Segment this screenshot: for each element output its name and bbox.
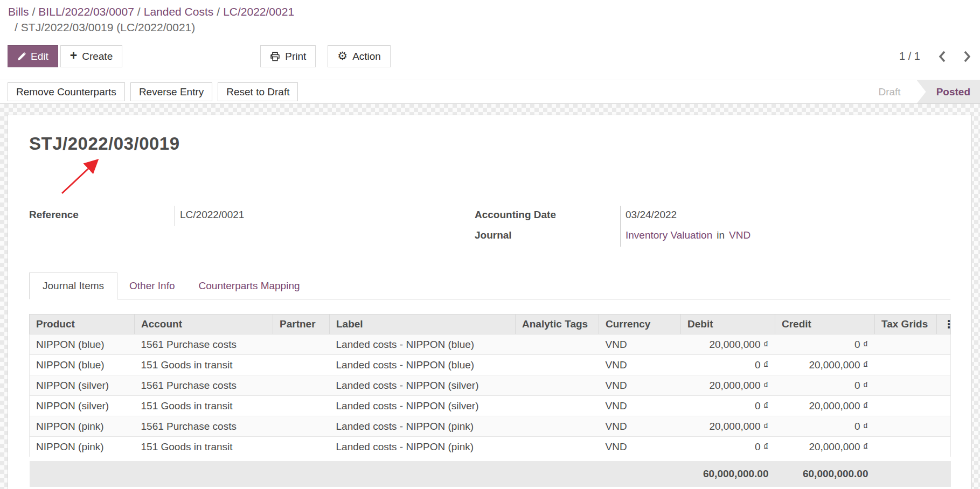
- cell-options: [937, 437, 951, 459]
- pencil-icon: [17, 52, 26, 61]
- column-header-debit[interactable]: Debit: [681, 315, 775, 334]
- cell-label: Landed costs - NIPPON (pink): [330, 437, 516, 459]
- cell-label: Landed costs - NIPPON (pink): [330, 416, 516, 437]
- journal-link[interactable]: Inventory Valuation: [625, 229, 712, 241]
- tab-counterparts-mapping[interactable]: Counterparts Mapping: [187, 273, 312, 299]
- breadcrumb-current: STJ/2022/03/0019 (LC/2022/0021): [21, 21, 195, 33]
- total-debit: 60,000,000.00: [681, 459, 775, 487]
- cell-credit: 0 ₫: [775, 334, 875, 355]
- cell-account: 151 Goods in transit: [135, 396, 273, 416]
- column-header-tax-grids[interactable]: Tax Grids: [875, 315, 937, 334]
- cell-debit: 0 ₫: [681, 396, 775, 416]
- cell-label: Landed costs - NIPPON (blue): [330, 355, 516, 375]
- field-journal: Journal Inventory ValuationinVND: [475, 226, 900, 247]
- tab-journal-items[interactable]: Journal Items: [29, 273, 117, 299]
- reverse-entry-button[interactable]: Reverse Entry: [130, 82, 212, 101]
- cell-account: 1561 Purchase costs: [135, 375, 273, 396]
- cell-account: 1561 Purchase costs: [135, 334, 273, 355]
- cell-label: Landed costs - NIPPON (silver): [330, 396, 516, 416]
- field-reference: Reference LC/2022/0021: [29, 206, 475, 226]
- cell-tax-grids: [875, 437, 937, 459]
- printer-icon: [270, 52, 280, 61]
- cell-analytic-tags: [516, 334, 599, 355]
- annotation-arrow: [54, 154, 108, 199]
- total-credit: 60,000,000.00: [775, 459, 875, 487]
- cell-credit: 20,000,000 ₫: [775, 437, 875, 459]
- cell-analytic-tags: [516, 396, 599, 416]
- breadcrumb-separator: /: [11, 21, 21, 33]
- control-panel: Bills/BILL/2022/03/0007/Landed Costs/LC/…: [0, 0, 980, 80]
- journal-label: Journal: [475, 226, 620, 247]
- cell-product: NIPPON (pink): [30, 437, 135, 459]
- cell-credit: 0 ₫: [775, 416, 875, 437]
- cell-partner: [273, 375, 330, 396]
- cell-options: [937, 334, 951, 355]
- cell-product: NIPPON (pink): [30, 416, 135, 437]
- cell-product: NIPPON (silver): [30, 375, 135, 396]
- table-row[interactable]: NIPPON (blue) 1561 Purchase costs Landed…: [30, 334, 951, 355]
- pager-next-button[interactable]: [963, 50, 972, 64]
- cell-debit: 20,000,000 ₫: [681, 334, 775, 355]
- pager-value: 1 / 1: [899, 50, 920, 62]
- remove-counterparts-button[interactable]: Remove Counterparts: [8, 82, 125, 101]
- tab-other-info[interactable]: Other Info: [117, 273, 187, 299]
- column-header-analytic-tags[interactable]: Analytic Tags: [516, 315, 599, 334]
- status-step-posted[interactable]: Posted: [917, 80, 980, 103]
- accounting-date-label: Accounting Date: [475, 206, 620, 226]
- cell-tax-grids: [875, 334, 937, 355]
- column-header-currency[interactable]: Currency: [599, 315, 681, 334]
- column-header-credit[interactable]: Credit: [775, 315, 875, 334]
- reference-label: Reference: [29, 206, 175, 226]
- form-sheet: STJ/2022/03/0019 Reference LC/2022/0021 …: [8, 115, 972, 489]
- column-header-account[interactable]: Account: [135, 315, 273, 334]
- status-bar: Remove Counterparts Reverse Entry Reset …: [0, 80, 980, 104]
- cell-credit: 0 ₫: [775, 375, 875, 396]
- breadcrumb-separator: /: [29, 5, 39, 18]
- cell-product: NIPPON (silver): [30, 396, 135, 416]
- action-button[interactable]: ⚙ Action: [328, 45, 391, 67]
- reset-to-draft-button[interactable]: Reset to Draft: [218, 82, 298, 101]
- cell-tax-grids: [875, 375, 937, 396]
- breadcrumb-item-bills[interactable]: Bills: [8, 5, 29, 18]
- table-row[interactable]: NIPPON (silver) 1561 Purchase costs Land…: [30, 375, 951, 396]
- page-title: STJ/2022/03/0019: [29, 134, 971, 154]
- breadcrumb-line-1: Bills/BILL/2022/03/0007/Landed Costs/LC/…: [8, 4, 980, 19]
- column-header-label[interactable]: Label: [330, 315, 516, 334]
- create-button[interactable]: + Create: [60, 45, 122, 67]
- pager-previous-button[interactable]: [937, 50, 947, 64]
- field-group: Reference LC/2022/0021 Accounting Date 0…: [29, 206, 971, 247]
- edit-button[interactable]: Edit: [8, 45, 58, 67]
- cell-analytic-tags: [516, 416, 599, 437]
- optional-columns-icon[interactable]: ⋮: [937, 315, 951, 334]
- status-steps: Draft Posted: [868, 80, 980, 103]
- breadcrumb-item-lc[interactable]: LC/2022/0021: [223, 5, 294, 18]
- cell-options: [937, 396, 951, 416]
- pager: 1 / 1: [899, 50, 972, 64]
- journal-currency-link[interactable]: VND: [729, 229, 750, 241]
- cell-credit: 20,000,000 ₫: [775, 355, 875, 375]
- cell-credit: 20,000,000 ₫: [775, 396, 875, 416]
- cell-currency: VND: [599, 396, 681, 416]
- cell-account: 1561 Purchase costs: [135, 416, 273, 437]
- cell-currency: VND: [599, 334, 681, 355]
- create-button-label: Create: [82, 51, 113, 62]
- table-row[interactable]: NIPPON (blue) 151 Goods in transit Lande…: [30, 355, 951, 375]
- breadcrumb-item-landed-costs[interactable]: Landed Costs: [144, 5, 214, 18]
- print-button[interactable]: Print: [260, 45, 316, 67]
- breadcrumb-separator: /: [134, 5, 144, 18]
- column-header-product[interactable]: Product: [30, 315, 135, 334]
- gear-icon: ⚙: [337, 51, 347, 62]
- status-step-draft[interactable]: Draft: [868, 80, 916, 103]
- table-row[interactable]: NIPPON (silver) 151 Goods in transit Lan…: [30, 396, 951, 416]
- cell-currency: VND: [599, 437, 681, 459]
- chevron-left-icon: [939, 51, 946, 62]
- table-row[interactable]: NIPPON (pink) 1561 Purchase costs Landed…: [30, 416, 951, 437]
- column-header-partner[interactable]: Partner: [273, 315, 330, 334]
- cell-tax-grids: [875, 355, 937, 375]
- table-row[interactable]: NIPPON (pink) 151 Goods in transit Lande…: [30, 437, 951, 459]
- breadcrumb-item-bill[interactable]: BILL/2022/03/0007: [38, 5, 134, 18]
- cell-partner: [273, 416, 330, 437]
- pager-arrows: [937, 50, 972, 64]
- cell-options: [937, 375, 951, 396]
- cell-options: [937, 416, 951, 437]
